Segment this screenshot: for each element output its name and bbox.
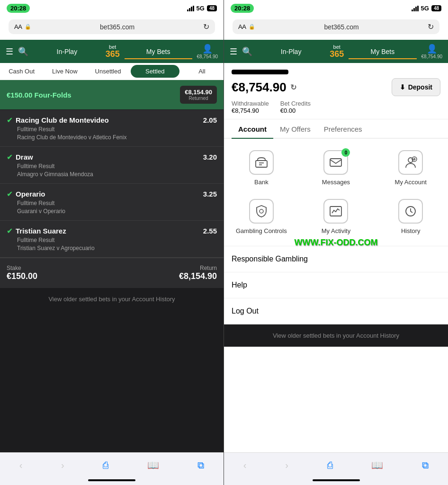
bet-name-0: Racing Club de Montevideo	[16, 116, 109, 124]
messages-label: Messages	[322, 179, 350, 186]
hamburger-menu-left[interactable]: ☰	[6, 46, 13, 57]
history-icon	[398, 199, 423, 224]
back-btn-left[interactable]: ‹	[13, 458, 29, 473]
balance-refresh-icon[interactable]: ↻	[290, 83, 296, 92]
status-time-left: 20:28	[7, 4, 30, 13]
bet-name-1: Draw	[16, 153, 33, 161]
mybets-link-left[interactable]: My Bets	[125, 48, 192, 55]
mybets-link-right[interactable]: My Bets	[349, 48, 416, 55]
refresh-icon-left[interactable]: ↻	[203, 22, 209, 31]
messages-icon: 0	[323, 150, 348, 175]
tab-preferences[interactable]: Preferences	[317, 119, 369, 139]
list-item-help[interactable]: Help	[224, 272, 448, 298]
check-icon-3: ✔	[7, 226, 13, 235]
tab-my-offers[interactable]: My Offers	[273, 119, 317, 139]
svg-rect-0	[256, 161, 267, 167]
hamburger-menu-right[interactable]: ☰	[230, 46, 237, 57]
share-btn-left[interactable]: ⎙	[96, 458, 115, 473]
status-time-right: 20:28	[231, 4, 254, 13]
filter-cashout[interactable]: Cash Out	[0, 63, 43, 80]
account-btn-right[interactable]: 👤 €8,754.90	[421, 44, 443, 59]
search-icon-left[interactable]: 🔍	[18, 46, 28, 57]
lock-icon-left: 🔒	[25, 24, 31, 30]
list-item-logout[interactable]: Log Out	[224, 298, 448, 324]
bet-match-1: Almagro v Gimnasia Mendoza	[7, 171, 217, 178]
bet-type-3: Fulltime Result	[7, 237, 217, 243]
bet-match-3: Tristian Suarez v Agropecuario	[7, 245, 217, 251]
account-balance: €8,754.90	[232, 80, 287, 95]
my-account-label: My Account	[395, 179, 427, 186]
list-item-responsible-gambling[interactable]: Responsible Gambling	[224, 246, 448, 272]
bet-match-2: Guarani v Operario	[7, 208, 217, 215]
view-older-left[interactable]: View older settled bets in your Account …	[0, 288, 224, 310]
bank-label: Bank	[254, 179, 269, 186]
fourfolds-header: €150.00 Four-Folds €8,154.90 Returned	[0, 80, 224, 109]
check-icon-1: ✔	[7, 153, 13, 162]
history-label: History	[401, 227, 420, 234]
account-btn-left[interactable]: 👤 €8,754.90	[197, 44, 218, 59]
battery-right: 48	[431, 5, 441, 11]
refresh-icon-right[interactable]: ↻	[428, 22, 434, 31]
home-indicator-right	[313, 479, 360, 481]
menu-messages[interactable]: 0 Messages	[299, 144, 374, 192]
menu-my-activity[interactable]: My Activity	[299, 192, 374, 241]
bet-odds-0: 2.05	[203, 116, 217, 124]
bet-credits-section: Bet Credits €0.00	[280, 100, 311, 114]
tabs-btn-left[interactable]: ⧉	[191, 458, 211, 473]
filter-livenow[interactable]: Live Now	[43, 63, 86, 80]
network-type-right: 5G	[421, 5, 429, 12]
tab-account[interactable]: Account	[232, 119, 273, 139]
forward-btn-right[interactable]: ›	[278, 458, 295, 473]
gambling-controls-label: Gambling Controls	[236, 227, 287, 234]
forward-btn-left[interactable]: ›	[54, 458, 71, 473]
inplay-link-left[interactable]: In-Play	[33, 48, 101, 55]
menu-history[interactable]: History	[373, 192, 448, 241]
menu-gambling-controls[interactable]: Gambling Controls	[224, 192, 299, 241]
share-btn-right[interactable]: ⎙	[321, 458, 340, 473]
bet-name-2: Operario	[16, 190, 45, 198]
logo-right: bet 365	[330, 45, 344, 58]
bet-type-1: Fulltime Result	[7, 163, 217, 170]
filter-settled[interactable]: Settled	[131, 65, 179, 78]
check-icon-0: ✔	[7, 116, 13, 125]
deposit-icon: ⬇	[400, 83, 405, 91]
table-row: ✔ Operario 3.25 Fulltime Result Guarani …	[0, 184, 224, 221]
gambling-controls-icon	[249, 199, 274, 224]
svg-point-6	[260, 209, 263, 213]
bet-odds-1: 3.20	[203, 153, 217, 161]
font-size-btn-left[interactable]: AA	[14, 23, 22, 30]
logo-left: bet 365	[106, 45, 120, 58]
table-row: ✔ Draw 3.20 Fulltime Result Almagro v Gi…	[0, 147, 224, 184]
my-activity-label: My Activity	[322, 227, 350, 234]
table-row: ✔ Tristian Suarez 2.55 Fulltime Result T…	[0, 221, 224, 258]
menu-bank[interactable]: Bank	[224, 144, 299, 192]
tabs-btn-right[interactable]: ⧉	[415, 458, 435, 473]
search-icon-right[interactable]: 🔍	[242, 46, 252, 57]
return-value: €8,154.90	[179, 271, 217, 281]
bookmarks-btn-left[interactable]: 📖	[141, 458, 166, 473]
inplay-link-right[interactable]: In-Play	[257, 48, 325, 55]
url-address-left: bet365.com	[34, 23, 200, 31]
fourfolds-title: €150.00 Four-Folds	[7, 91, 72, 99]
filter-unsettled[interactable]: Unsettled	[86, 63, 129, 80]
withdrawable-section: Withdrawable €8,754.90	[232, 100, 269, 114]
deposit-button[interactable]: ⬇ Deposit	[392, 78, 440, 96]
home-indicator-left	[88, 479, 135, 481]
withdrawable-value: €8,754.90	[232, 107, 269, 114]
stake-return-bar: Stake €150.00 Return €8,154.90	[0, 258, 224, 288]
bet-name-3: Tristian Suarez	[16, 227, 66, 235]
font-size-btn-right[interactable]: AA	[238, 23, 246, 30]
bet-odds-2: 3.25	[203, 190, 217, 198]
view-older-right[interactable]: View older settled bets in your Account …	[224, 324, 448, 347]
svg-rect-3	[330, 159, 341, 166]
bet-match-0: Racing Club de Montevideo v Atletico Fen…	[7, 134, 217, 141]
bet-odds-3: 2.55	[203, 227, 217, 235]
menu-my-account[interactable]: My Account	[373, 144, 448, 192]
battery-left: 48	[207, 5, 217, 11]
url-address-right: bet365.com	[258, 23, 425, 31]
back-btn-right[interactable]: ‹	[237, 458, 253, 473]
filter-all[interactable]: All	[180, 63, 224, 80]
signal-bars-left	[187, 6, 194, 11]
bet-type-0: Fulltime Result	[7, 126, 217, 133]
bookmarks-btn-right[interactable]: 📖	[365, 458, 390, 473]
